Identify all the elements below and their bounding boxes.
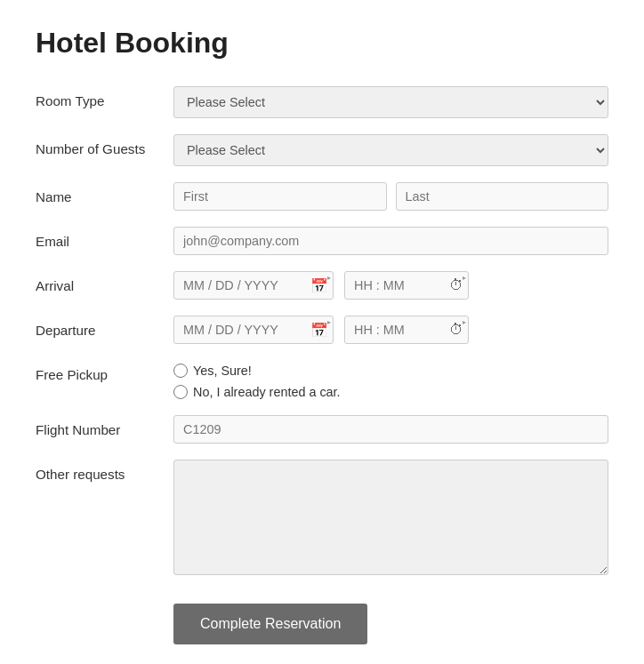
room-type-row: Room Type Please SelectSingleDoubleSuite… — [36, 86, 608, 118]
submit-wrapper: Complete Reservation — [173, 595, 608, 644]
email-label: Email — [36, 227, 173, 249]
email-row: Email — [36, 227, 608, 255]
arrival-date-arrow: ▸ — [327, 274, 331, 282]
arrival-clock-icon: ⏱ — [449, 277, 463, 293]
other-requests-wrapper — [173, 460, 608, 579]
departure-label: Departure — [36, 316, 173, 338]
pickup-radio-group: Yes, Sure! No, I already rented a car. — [173, 360, 608, 399]
flight-number-row: Flight Number — [36, 415, 608, 444]
arrival-time-arrow: ▸ — [463, 274, 466, 282]
flight-number-input[interactable] — [173, 415, 608, 444]
email-input[interactable] — [173, 227, 608, 255]
room-type-select[interactable]: Please SelectSingleDoubleSuiteDeluxe — [173, 86, 608, 118]
page-title: Hotel Booking — [36, 27, 608, 60]
arrival-row: Arrival 📅 ▸ ⏱ ▸ — [36, 271, 608, 300]
departure-date-arrow: ▸ — [327, 318, 331, 326]
name-row: Name — [36, 182, 608, 211]
submit-spacer — [36, 595, 173, 602]
last-name-input[interactable] — [396, 182, 609, 211]
free-pickup-label: Free Pickup — [36, 360, 173, 382]
pickup-no-radio[interactable] — [173, 385, 188, 399]
arrival-date-input[interactable] — [173, 271, 334, 300]
complete-reservation-button[interactable]: Complete Reservation — [173, 604, 367, 644]
free-pickup-row: Free Pickup Yes, Sure! No, I already ren… — [36, 360, 608, 399]
departure-time-arrow: ▸ — [463, 318, 466, 326]
departure-calendar-icon: 📅 — [310, 322, 328, 339]
free-pickup-wrapper: Yes, Sure! No, I already rented a car. — [173, 360, 608, 399]
first-name-input[interactable] — [173, 182, 387, 211]
submit-row: Complete Reservation — [36, 595, 608, 644]
other-requests-label: Other requests — [36, 460, 173, 482]
name-label: Name — [36, 182, 173, 204]
departure-row: Departure 📅 ▸ ⏱ ▸ — [36, 316, 608, 344]
flight-number-wrapper — [173, 415, 608, 444]
other-requests-row: Other requests — [36, 460, 608, 579]
num-guests-wrapper: Please Select12345+ — [173, 134, 608, 166]
pickup-no-label: No, I already rented a car. — [193, 385, 341, 399]
flight-number-label: Flight Number — [36, 415, 173, 437]
arrival-wrapper: 📅 ▸ ⏱ ▸ — [173, 271, 608, 300]
departure-clock-icon: ⏱ — [449, 322, 463, 338]
room-type-label: Room Type — [36, 86, 173, 108]
pickup-no-option[interactable]: No, I already rented a car. — [173, 385, 608, 399]
room-type-wrapper: Please SelectSingleDoubleSuiteDeluxe — [173, 86, 608, 118]
other-requests-textarea[interactable] — [173, 460, 608, 575]
email-wrapper — [173, 227, 608, 255]
departure-wrapper: 📅 ▸ ⏱ ▸ — [173, 316, 608, 344]
num-guests-row: Number of Guests Please Select12345+ — [36, 134, 608, 166]
departure-date-input[interactable] — [173, 316, 334, 344]
pickup-yes-radio[interactable] — [173, 364, 188, 378]
num-guests-label: Number of Guests — [36, 134, 173, 156]
arrival-calendar-icon: 📅 — [310, 277, 328, 294]
name-wrapper — [173, 182, 608, 211]
num-guests-select[interactable]: Please Select12345+ — [173, 134, 608, 166]
arrival-label: Arrival — [36, 271, 173, 293]
pickup-yes-option[interactable]: Yes, Sure! — [173, 364, 608, 378]
pickup-yes-label: Yes, Sure! — [193, 364, 252, 378]
